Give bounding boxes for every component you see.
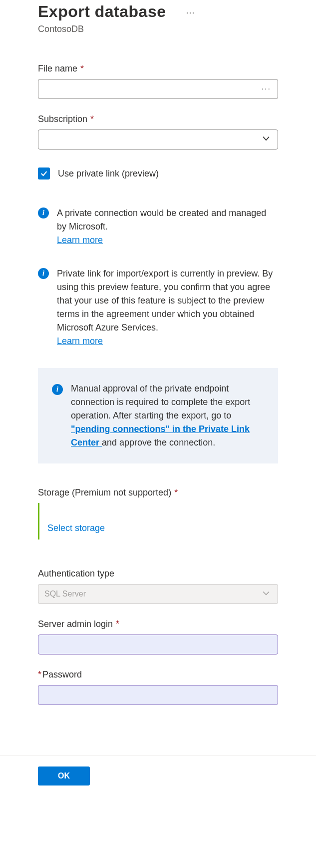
required-asterisk: * bbox=[80, 64, 84, 74]
subscription-label: Subscription bbox=[38, 114, 87, 124]
required-asterisk: * bbox=[90, 114, 94, 124]
info-preview-text: Private link for import/export is curren… bbox=[57, 268, 273, 332]
password-input[interactable] bbox=[38, 685, 278, 705]
private-link-label: Use private link (preview) bbox=[58, 168, 159, 179]
more-menu-icon[interactable]: ⋯ bbox=[186, 3, 196, 18]
info-icon: i bbox=[38, 268, 49, 279]
subscription-dropdown[interactable] bbox=[38, 130, 278, 150]
required-asterisk: * bbox=[116, 619, 119, 630]
manual-approval-callout: i Manual approval of the private endpoin… bbox=[38, 368, 278, 464]
private-link-checkbox[interactable]: Use private link (preview) bbox=[38, 168, 278, 180]
file-name-label: File name bbox=[38, 64, 77, 74]
ok-button[interactable]: OK bbox=[38, 766, 90, 786]
info-icon: i bbox=[38, 208, 49, 218]
page-title: Export database bbox=[38, 2, 166, 21]
callout-pre-text: Manual approval of the private endpoint … bbox=[71, 384, 250, 420]
file-name-input[interactable] bbox=[38, 79, 278, 99]
required-asterisk: * bbox=[174, 488, 178, 498]
required-asterisk: * bbox=[38, 670, 41, 680]
auth-type-dropdown bbox=[38, 584, 278, 604]
info-icon: i bbox=[52, 384, 63, 395]
page-subtitle: ContosoDB bbox=[38, 24, 278, 34]
admin-login-label: Server admin login bbox=[38, 619, 113, 630]
callout-post-text: and approve the connection. bbox=[102, 438, 215, 448]
checkmark-icon bbox=[38, 168, 50, 180]
select-storage-link[interactable]: Select storage bbox=[47, 523, 105, 533]
password-label: Password bbox=[42, 670, 82, 680]
admin-login-input[interactable] bbox=[38, 634, 278, 654]
auth-type-label: Authentication type bbox=[38, 568, 114, 579]
learn-more-connection-link[interactable]: Learn more bbox=[57, 235, 103, 245]
storage-label: Storage (Premium not supported) bbox=[38, 488, 171, 498]
chevron-down-icon bbox=[261, 134, 271, 146]
chevron-down-icon bbox=[261, 588, 271, 600]
learn-more-preview-link[interactable]: Learn more bbox=[57, 336, 103, 346]
info-connection-text: A private connection would be created an… bbox=[57, 208, 266, 232]
